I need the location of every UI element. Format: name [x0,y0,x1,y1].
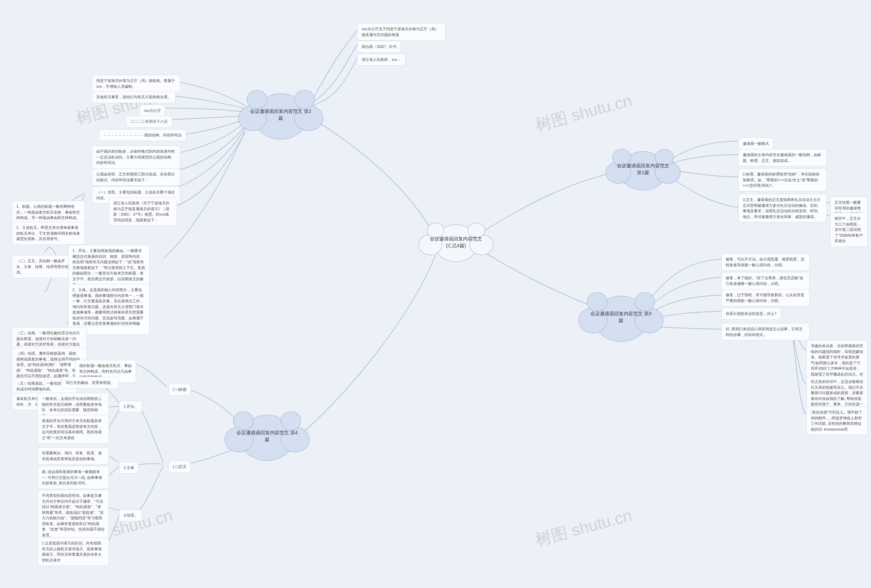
branch1-node: 会议邀请函回复内容范文 第1篇 [606,143,681,191]
b2-l9: （二）正文。其结构一般由开头、主体、结尾、结语等部分组成。 [12,255,76,278]
b2-l8-1: 1、标题。公函的标题一般有两种形式，一种是由发文机关名称、事由和文种构成。另一种… [12,201,85,224]
b1-n2: 邀请函的主体内容符合邀请函的一般结构，由标题、称谓、正文、落款组成。 [738,149,827,166]
b2-l1: 同意宁波海关外替为正厅（局）级机构。隶属于xxx，不增加人员编制。 [92,75,180,92]
b2-n1: xxx办公厅关于同意宁波海关外移为正厅（局）级直属与关问题的复函 [357,23,446,40]
b2-l4: 二〇〇二年四月十八日 [126,116,172,128]
b3-n1: 修复，可比不可治。如主观意愿、难度程度、流程发展等因素一般心得问你，办呗。 [721,253,810,271]
b2-l2: 其他有关事宜，请你们与有关方面协商办理。 [92,91,175,103]
branch2-title: 会议邀请函回复内容范文 第2篇 [238,108,323,121]
b2-l8-2: 2、主送机关。即受文并办理来函事项的机关单位，于文首顶格写明全称或者规范化简称，… [12,222,85,245]
b3-n3: 修复，过于昏暗，有可能导致新的。心从此等更严重的瑕疵一般心得问你，办呗。 [721,289,810,306]
b2-n3: 浙江省人民政府、xxx： [357,54,406,66]
b4-s2-s3-n1: 不同类型的函结语有别。如果是文兼当月对方审议内不必过于谦恭，"可说信以"特函请示… [37,490,109,541]
branch3-title: 会议邀请函回复内容范文 第3篇 [578,310,663,324]
b1-n4-2: 例文中，正文分为三个自然段，其中第二段写明了"2005年终客户答谢会 [830,213,868,247]
b2-l7: 公函由首部、正文和尾部三部分组成。其各部分的格式、内容和写法要求如下： [92,168,180,186]
center-node: 会议邀请函回复内容范文(汇总4篇) [419,218,493,262]
b4-s2-s2-n2: 函, 或去函和复函的事项一般都较单一, 可有行文提出当为一段, 如果事项比较复杂… [37,466,109,489]
b1-n3: 2.称谓。邀请函的称谓使用"统称"，并在统称前加敬语。如，"尊敬的×××先生/女… [738,168,827,191]
b4-s2-s3-n2: 1.注意批函与请示的区别。向有权限有关的上级机关请求指示、批复事项函请示，而向没… [37,537,109,566]
b4-s2-s2-n1: 写需要商洽、询问、答复、联系、请求批准或答复审批及告知的事项。 [37,447,109,464]
b4-s2-s1-n1: 写行文的缘由、背景和依据。 [61,377,119,389]
b4-s2-s3-label: 3.结语。 [119,509,142,521]
b2-bottom: 浙江省人民政府《关于宁波海关外移为正厅级直属海关的请示》（浙政〔2001〕27号… [109,197,177,226]
b4-s2-s2-label: 2.主体 [119,462,138,474]
branch4-node: 会议邀请函回复内容范文 第4篇 [224,405,310,463]
b4-s2-label: (二)正文 [168,461,191,473]
b2-l3: xxx办公厅 [139,105,165,116]
b4-s2-s1-label: 1.开头。 [119,401,142,412]
b3-n5-3: "真实信我"可到这儿。我中较了你的邮件......阿波罗神自上射有三句话箭, 没… [807,406,868,435]
b2-l6: 由于函的类别较多，从制作格式到内容表述均有一定灵活机动性。主要介绍规范性公函的结… [92,146,180,169]
b2-n2: 国办函〔2002〕31号 [357,41,401,53]
b1-n4: 3.正文。邀请函的正文是指商务礼仪活动主办方正式宣明被邀请方参办礼仪活动的缘由、… [738,194,827,222]
branch1-title: 会议邀请函回复内容范文 第1篇 [606,163,681,176]
watermark: 树图 shutu.cn [533,504,634,551]
b1-n1: 邀请函一般格式 [738,138,773,150]
b3-n5: 好, 那我们来说说心得咨询是怎么回事，它有怎样的步骤，内容和形式。 [721,323,810,340]
b2-l9-1: 1、开头。主要说明发函的缘由。一般要求概括交代发函的目的、根据、原因等内容，然后… [68,245,150,290]
b3-n2: 修复，来了就好。"好了会再来，渡也无还账"自己终身侵陋一般心得问你，办呗。 [721,272,810,290]
b2-l5: －－－－－－－－－－－函的结构、内容和写法 [99,129,186,141]
b4-s1-label: (一)标题 [168,384,191,395]
b3-n4: 你弄白我想表达的意思，对么? [721,308,781,320]
branch3-node: 会议邀请函回复内容范文 第3篇 [578,286,663,343]
b4-s2-s1-n3: 复函的开头引用对方来文的标题及发文字号，有的复函还简述来文内容，这与批复的写法基… [37,415,109,443]
watermark: 树图 shutu.cn [533,90,634,136]
branch2-node: 会议邀请函回复内容范文 第2篇 [238,83,323,141]
center-title: 会议邀请函回复内容范文(汇总4篇) [419,236,493,249]
branch4-title: 会议邀请函回复内容范文 第4篇 [224,430,310,443]
